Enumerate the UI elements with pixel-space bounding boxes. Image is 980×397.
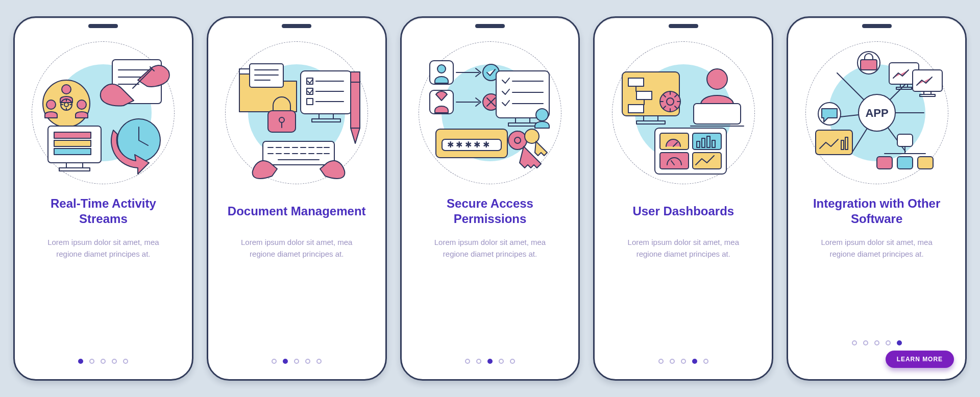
page-dot-4[interactable] xyxy=(692,359,697,364)
app-label: APP xyxy=(865,107,888,119)
page-dot-3[interactable] xyxy=(101,359,106,364)
integration-illustration: APP xyxy=(805,41,948,184)
page-dot-2[interactable] xyxy=(476,359,481,364)
page-dot-3[interactable] xyxy=(681,359,686,364)
svg-rect-10 xyxy=(59,168,90,171)
svg-rect-57 xyxy=(693,153,721,169)
svg-rect-18 xyxy=(319,114,333,119)
keys-icon xyxy=(500,127,551,178)
svg-rect-30 xyxy=(516,118,530,123)
page-dot-5[interactable] xyxy=(510,359,515,364)
screen-title: Integration with Other Software xyxy=(788,195,965,227)
team-icon xyxy=(41,78,92,129)
screen-title: Real-Time Activity Streams xyxy=(15,195,192,227)
svg-point-1 xyxy=(62,85,71,94)
page-dot-5[interactable] xyxy=(897,340,902,345)
secure-access-illustration: ✱ ✱ ✱ ✱ ✱ xyxy=(419,41,561,184)
svg-text:✱ ✱ ✱ ✱ ✱: ✱ ✱ ✱ ✱ ✱ xyxy=(447,140,489,149)
app-node-icon: APP xyxy=(857,93,896,132)
onboarding-screen-secure-access: ✱ ✱ ✱ ✱ ✱ Secure Access Permissions Lore… xyxy=(400,16,580,381)
page-dot-1[interactable] xyxy=(78,359,83,364)
page-dot-1[interactable] xyxy=(852,340,857,345)
svg-rect-13 xyxy=(54,148,91,155)
page-dot-4[interactable] xyxy=(305,359,310,364)
svg-rect-9 xyxy=(66,163,83,168)
page-indicator xyxy=(15,359,192,364)
page-indicator xyxy=(595,359,772,364)
clock-arrow-icon xyxy=(108,112,164,168)
page-dot-4[interactable] xyxy=(112,359,117,364)
page-dot-4[interactable] xyxy=(886,340,891,345)
screen-body: Lorem ipsum dolor sit amet, mea regione … xyxy=(595,236,772,260)
org-nodes-icon xyxy=(872,132,938,178)
phone-notch xyxy=(475,24,505,28)
page-indicator xyxy=(208,359,385,364)
page-dot-5[interactable] xyxy=(123,359,128,364)
svg-point-2 xyxy=(46,100,56,109)
chart-node-icon xyxy=(814,128,854,159)
padlock-icon xyxy=(264,95,300,136)
onboarding-screen-document-management: Document Management Lorem ipsum dolor si… xyxy=(207,16,387,381)
page-dot-2[interactable] xyxy=(863,340,868,345)
page-dot-3[interactable] xyxy=(487,359,493,364)
checklist-monitor-icon xyxy=(494,68,555,134)
svg-rect-41 xyxy=(636,121,665,124)
hands-writing-icon xyxy=(97,56,168,117)
monitor-books-icon xyxy=(44,123,110,179)
svg-point-38 xyxy=(525,129,539,143)
document-management-illustration xyxy=(225,41,368,184)
svg-rect-23 xyxy=(263,141,334,165)
svg-rect-73 xyxy=(897,157,913,169)
svg-rect-74 xyxy=(918,157,933,169)
screen-body: Lorem ipsum dolor sit amet, mea regione … xyxy=(15,236,192,260)
briefcase-icon xyxy=(854,51,883,75)
screen-title: User Dashboards xyxy=(619,195,747,227)
svg-rect-68 xyxy=(816,130,852,155)
svg-rect-40 xyxy=(644,116,658,121)
user-allow-icon xyxy=(429,60,500,85)
phone-notch xyxy=(88,24,118,28)
flowchart-monitor-icon xyxy=(620,69,687,130)
page-dot-3[interactable] xyxy=(874,340,879,345)
svg-rect-59 xyxy=(861,60,877,70)
svg-rect-56 xyxy=(660,153,689,169)
pen-icon xyxy=(342,72,368,148)
page-dot-1[interactable] xyxy=(465,359,470,364)
svg-point-32 xyxy=(536,109,548,121)
phone-notch xyxy=(282,24,311,28)
page-dot-1[interactable] xyxy=(658,359,664,364)
learn-more-button[interactable]: LEARN MORE xyxy=(886,351,954,368)
person-laptop-icon xyxy=(683,64,750,130)
page-dot-2[interactable] xyxy=(89,359,94,364)
screen-body: Lorem ipsum dolor sit amet, mea regione … xyxy=(402,236,579,260)
svg-rect-48 xyxy=(694,104,741,124)
user-dashboards-illustration xyxy=(612,41,755,184)
onboarding-screen-integration: APP Integration with Other Software Lore… xyxy=(787,16,967,381)
page-dot-5[interactable] xyxy=(316,359,322,364)
page-dot-2[interactable] xyxy=(670,359,675,364)
svg-rect-43 xyxy=(636,91,652,100)
svg-rect-71 xyxy=(897,134,913,146)
activity-streams-illustration xyxy=(32,41,175,184)
page-indicator xyxy=(788,340,965,345)
keyboard-hands-icon xyxy=(253,138,345,179)
page-dot-1[interactable] xyxy=(272,359,277,364)
page-dot-4[interactable] xyxy=(499,359,504,364)
svg-point-3 xyxy=(77,100,86,109)
screen-title: Document Management xyxy=(214,195,379,227)
phone-notch xyxy=(862,24,892,28)
page-dot-3[interactable] xyxy=(294,359,299,364)
onboarding-screen-activity-streams: Real-Time Activity Streams Lorem ipsum d… xyxy=(13,16,193,381)
screen-body: Lorem ipsum dolor sit amet, mea regione … xyxy=(788,236,965,260)
svg-rect-44 xyxy=(628,105,644,113)
svg-rect-11 xyxy=(54,132,91,138)
screen-title: Secure Access Permissions xyxy=(402,195,579,227)
svg-point-47 xyxy=(707,69,727,89)
page-dot-2[interactable] xyxy=(283,359,288,364)
page-dot-5[interactable] xyxy=(703,359,708,364)
svg-rect-31 xyxy=(508,123,537,126)
svg-rect-19 xyxy=(312,119,340,122)
svg-rect-72 xyxy=(877,157,892,169)
onboarding-stage: Real-Time Activity Streams Lorem ipsum d… xyxy=(0,0,980,397)
svg-rect-65 xyxy=(920,94,935,96)
